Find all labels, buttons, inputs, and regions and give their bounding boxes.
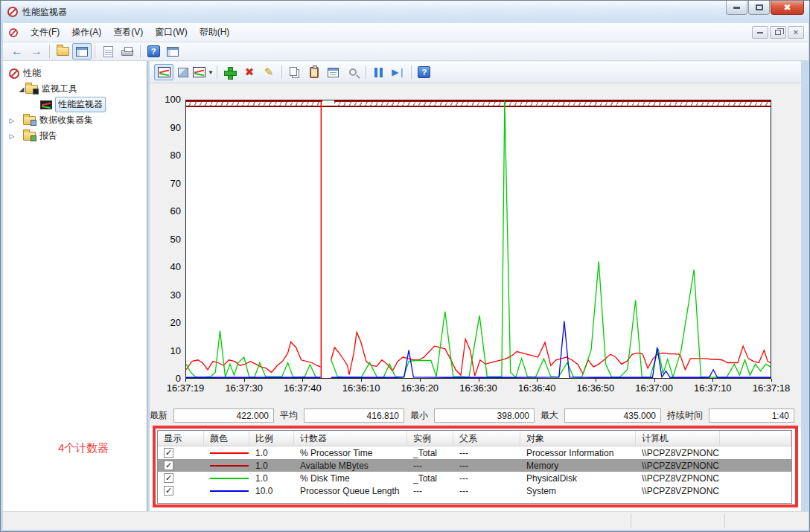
y-tick-label: 50 [170,234,181,246]
scale-cell: 1.0 [249,461,294,471]
update-data-button[interactable]: ▶❘ [389,64,408,80]
x-tick-label: 16:36:40 [518,382,556,394]
mdi-restore-button[interactable] [770,26,786,39]
toolbar-separator [281,65,282,79]
tree-item-monitoring-tools[interactable]: ◢ 监视工具 [3,81,147,97]
view-current-activity-button[interactable] [154,64,173,80]
freeze-display-button[interactable] [369,64,389,80]
column-header-show[interactable]: 显示 [158,431,204,446]
counter-cell: Available MBytes [294,461,407,471]
y-tick-label: 20 [170,317,181,329]
table-row--disk-time[interactable]: ✓1.0% Disk Time_Total---PhysicalDisk\\PC… [158,472,791,484]
column-header-counter[interactable]: 计数器 [294,431,407,446]
menu-file[interactable]: 文件(F) [25,23,66,42]
table-row-processor-queue-length[interactable]: ✓10.0Processor Queue Length------System\… [158,484,791,497]
mdi-minimize-button[interactable] [752,26,768,39]
show-checkbox[interactable]: ✓ [164,473,173,483]
x-axis-labels: 16:37:1916:37:3016:37:4016:36:1016:36:20… [185,382,771,396]
maximize-button[interactable] [748,1,770,15]
properties-button[interactable] [324,64,343,80]
chart-help-button[interactable]: ? [415,64,434,80]
parent-cell: --- [453,461,520,471]
title-bar[interactable]: 性能监视器 ✖ [1,1,810,23]
tree-item-performance[interactable]: 性能 [3,65,147,81]
column-header-scale[interactable]: 比例 [249,431,294,446]
show-checkbox[interactable]: ✓ [164,461,173,470]
paste-counter-list-button[interactable] [304,64,324,80]
column-header-computer[interactable]: 计算机 [636,431,720,446]
reports-folder-icon [23,132,36,141]
column-header-instance[interactable]: 实例 [407,431,453,446]
color-swatch [210,465,249,467]
expanded-twisty-icon[interactable]: ◢ [18,86,25,93]
main-toolbar: ← → ? [3,42,809,61]
zoom-button[interactable] [343,64,363,80]
export-list-button[interactable] [53,43,72,60]
object-cell: PhysicalDisk [520,473,636,484]
mdi-close-button[interactable]: ✕ [788,26,804,39]
x-tick-mark [244,379,245,382]
close-button[interactable]: ✖ [771,1,804,15]
show-checkbox[interactable]: ✓ [164,486,173,496]
stat-last-value: 422.000 [173,408,274,423]
status-bar-divider [724,514,725,528]
tree-item-reports[interactable]: ▷ 报告 [3,128,147,144]
x-tick-label: 16:37:18 [753,382,791,394]
x-tick-mark [185,379,186,382]
stat-last-label: 最新 [150,409,168,422]
show-action-pane-button[interactable] [163,43,182,60]
column-header-color[interactable]: 颜色 [204,431,249,446]
chart-svg [186,100,771,378]
view-log-data-button[interactable] [173,64,193,80]
column-header-object[interactable]: 对象 [520,431,636,446]
x-tick-mark [479,379,479,382]
menu-help[interactable]: 帮助(H) [194,23,236,42]
y-axis-labels: 1009080706050403020100 [156,94,181,385]
x-tick-label: 16:37:19 [167,382,205,394]
toolbar-separator [411,65,412,79]
line-chart-plot[interactable] [185,100,771,379]
help-icon: ? [147,45,160,57]
series-line--processor-time [331,332,771,376]
color-swatch [210,478,249,479]
tree-item-performance-monitor[interactable]: 性能监视器 [3,97,147,112]
back-button[interactable]: ← [7,43,27,60]
collapsed-twisty-icon[interactable]: ▷ [8,117,16,124]
x-tick-mark [771,379,772,382]
copy-properties-button[interactable] [285,64,304,80]
menu-window[interactable]: 窗口(W) [149,23,193,42]
column-header-filler [720,431,791,446]
list-button[interactable] [98,43,118,60]
menu-action[interactable]: 操作(A) [66,23,107,42]
mdi-close-icon: ✕ [793,28,799,36]
collapsed-twisty-icon[interactable]: ▷ [8,132,16,140]
print-button[interactable] [118,43,137,60]
delete-counter-button[interactable]: ✖ [240,64,259,80]
dropdown-caret-icon: ▼ [208,69,214,76]
current-activity-icon [158,67,170,77]
x-tick-mark [712,379,713,382]
stat-duration-value: 1:40 [709,408,794,423]
toolbar-separator [49,45,50,58]
log-data-icon [178,68,188,77]
computer-cell: \\PCPZ8VZPNONC... [636,486,720,496]
column-header-parent[interactable]: 父系 [453,431,520,446]
toolbar-separator [366,65,366,79]
minimize-button[interactable] [726,1,747,15]
show-console-tree-button[interactable] [72,43,92,60]
help-button[interactable]: ? [144,43,163,60]
highlight-button[interactable]: ✎ [259,64,278,80]
series-line--disk-time [186,331,321,378]
show-checkbox[interactable]: ✓ [164,448,173,458]
y-tick-label: 80 [170,150,181,161]
change-graph-type-button[interactable]: ▼ [193,64,214,80]
menu-view[interactable]: 查看(V) [107,23,149,42]
forward-button[interactable]: → [27,43,46,60]
table-row--processor-time[interactable]: ✓1.0% Processor Time_Total---Processor I… [158,446,791,459]
tree-item-data-collector-sets[interactable]: ▷ 数据收集器集 [3,112,147,128]
add-counter-button[interactable] [220,64,240,80]
table-row-available-mbytes[interactable]: ✓1.0Available MBytes------Memory\\PCPZ8V… [158,459,791,472]
x-tick-label: 16:37:40 [284,382,322,394]
series-line--processor-time [186,342,321,373]
properties-icon [328,68,339,77]
